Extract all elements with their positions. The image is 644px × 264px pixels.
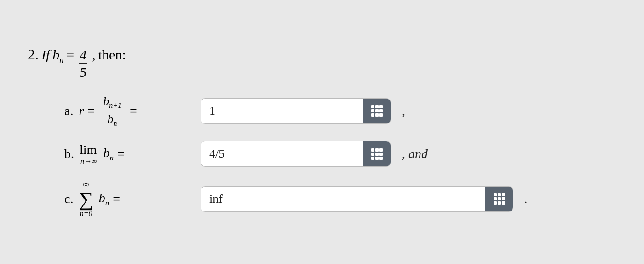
- part-c-label: c. ∞ ∑ n=0 bn =: [64, 180, 193, 218]
- part-b-row: b. lim n→∞ bn =: [64, 141, 616, 167]
- dot: [371, 109, 374, 112]
- part-c-grid-icon: [494, 193, 505, 205]
- part-c-grid-button[interactable]: [485, 187, 513, 211]
- dot: [380, 109, 383, 112]
- dot: [494, 197, 497, 200]
- part-b-eq: =: [117, 147, 125, 161]
- dot: [375, 105, 379, 108]
- part-a-r: r: [79, 104, 84, 118]
- part-a-answer-input[interactable]: [201, 99, 363, 123]
- part-c-input-group: [201, 186, 513, 212]
- part-a-grid-icon: [371, 105, 383, 117]
- part-a-letter: a.: [64, 104, 73, 118]
- dot: [371, 105, 374, 108]
- part-b-grid-icon: [371, 148, 383, 160]
- part-c-bn: bn: [99, 191, 109, 208]
- part-a-frac-den: bn: [106, 111, 119, 129]
- given-fraction: 4 5: [79, 47, 87, 81]
- dot: [494, 193, 497, 196]
- intro-if-text: If: [41, 47, 50, 63]
- part-a-grid-button[interactable]: [363, 99, 391, 123]
- part-a-row: a. r = bn+1 bn =: [64, 94, 616, 129]
- dot: [494, 201, 497, 205]
- part-a-eq1: =: [87, 104, 95, 118]
- part-c-letter: c.: [64, 192, 73, 206]
- dot: [502, 201, 505, 205]
- problem-number: 2.: [28, 46, 39, 63]
- part-b-label: b. lim n→∞ bn =: [64, 142, 193, 165]
- part-c-answer-input[interactable]: [201, 187, 485, 211]
- dot: [380, 113, 383, 117]
- part-b-lim-sub: n→∞: [80, 157, 97, 165]
- part-b-bn: bn: [103, 146, 114, 163]
- part-c-sum-expr: ∞ ∑ n=0: [79, 180, 93, 218]
- dot: [371, 157, 374, 160]
- dot: [380, 148, 383, 152]
- dot: [498, 201, 501, 205]
- part-a-frac-num: bn+1: [101, 94, 123, 111]
- dot: [375, 148, 379, 152]
- part-c-eq: =: [113, 192, 120, 206]
- dot: [371, 153, 374, 156]
- dot: [371, 148, 374, 152]
- dot: [498, 197, 501, 200]
- dot: [380, 105, 383, 108]
- part-a-eq2: =: [130, 104, 137, 118]
- part-a-label: a. r = bn+1 bn =: [64, 94, 193, 129]
- dot: [375, 113, 379, 117]
- dot: [502, 197, 505, 200]
- given-fraction-num: 4: [79, 47, 87, 64]
- page-container: 2. If bn = 4 5 , then: a. r = bn+1 bn =: [18, 32, 626, 232]
- part-b-suffix: , and: [402, 147, 428, 161]
- dot: [498, 193, 501, 196]
- part-c-row: c. ∞ ∑ n=0 bn =: [64, 180, 616, 218]
- comma-text: ,: [92, 47, 96, 63]
- part-a-suffix: ,: [402, 104, 405, 118]
- dot: [502, 193, 505, 196]
- dot: [375, 153, 379, 156]
- variable-b: bn: [52, 47, 63, 65]
- parts-container: a. r = bn+1 bn =: [28, 94, 616, 218]
- part-b-grid-button[interactable]: [363, 141, 391, 166]
- dot: [371, 113, 374, 117]
- dot: [380, 157, 383, 160]
- problem-intro: 2. If bn = 4 5 , then:: [28, 46, 616, 81]
- dot: [375, 157, 379, 160]
- dot: [380, 153, 383, 156]
- given-fraction-den: 5: [79, 64, 87, 81]
- dot: [375, 109, 379, 112]
- sub-n: n: [59, 55, 63, 65]
- part-b-limit-expr: lim n→∞: [80, 142, 97, 165]
- equals-given: =: [66, 47, 74, 63]
- then-text: then:: [98, 47, 126, 63]
- part-b-letter: b.: [64, 147, 74, 161]
- part-c-suffix: .: [524, 192, 528, 206]
- part-b-input-group: [201, 141, 391, 167]
- part-b-answer-input[interactable]: [201, 141, 363, 166]
- part-c-sum-symbol: ∑: [79, 189, 93, 210]
- part-c-sum-sub: n=0: [80, 210, 92, 218]
- part-b-lim-text: lim: [80, 142, 97, 157]
- part-a-fraction: bn+1 bn: [101, 94, 123, 129]
- part-a-input-group: [201, 98, 391, 124]
